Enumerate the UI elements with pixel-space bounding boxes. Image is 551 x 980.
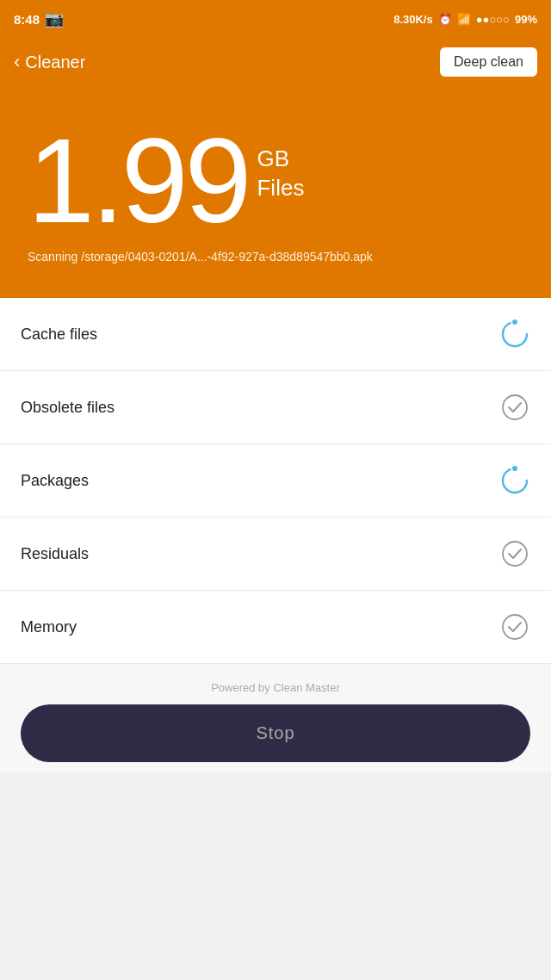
stop-button[interactable]: Stop	[21, 704, 530, 762]
scan-results-list: Cache files Obsolete files Packages Resi…	[0, 298, 551, 664]
hero-section: 1.99 GB Files Scanning /storage/0403-020…	[0, 86, 551, 298]
loading-spinner-icon	[499, 465, 530, 496]
size-unit-files: Files	[257, 174, 304, 203]
size-unit-block: GB Files	[248, 121, 304, 203]
list-item-label: Memory	[21, 618, 77, 636]
app-header: ‹ Cleaner Deep clean	[0, 38, 551, 86]
list-item-label: Packages	[21, 472, 89, 490]
list-item-label: Cache files	[21, 326, 97, 344]
size-display: 1.99 GB Files	[28, 121, 304, 241]
svg-point-6	[503, 615, 527, 639]
signal-icon: ●●○○○	[476, 13, 510, 26]
scanning-text: Scanning /storage/0403-0201/A...-4f92-92…	[28, 250, 373, 264]
size-unit-gb: GB	[257, 145, 304, 174]
check-circle-icon	[499, 538, 530, 569]
loading-spinner-icon	[499, 319, 530, 350]
deep-clean-button[interactable]: Deep clean	[440, 47, 537, 77]
list-item: Packages	[0, 444, 551, 518]
size-value: 1.99	[28, 121, 248, 241]
footer-section: Powered by Clean Master Stop	[0, 664, 551, 772]
list-item-label: Residuals	[21, 545, 89, 563]
svg-point-5	[503, 542, 527, 566]
app-icon: 📷	[45, 9, 64, 28]
alarm-icon: ⏰	[438, 13, 452, 26]
battery-percent: 99%	[515, 13, 537, 26]
powered-by-label: Powered by Clean Master	[21, 681, 530, 694]
list-item-label: Obsolete files	[21, 399, 115, 417]
back-arrow-icon: ‹	[14, 53, 20, 71]
check-circle-icon	[499, 392, 530, 423]
list-item: Residuals	[0, 518, 551, 591]
back-button[interactable]: ‹ Cleaner	[14, 53, 85, 72]
header-title: Cleaner	[25, 53, 85, 72]
check-circle-icon	[499, 611, 530, 642]
status-bar: 8:48 📷 8.30K/s ⏰ 📶 ●●○○○ 99%	[0, 0, 551, 38]
network-speed: 8.30K/s	[393, 13, 433, 26]
svg-point-0	[503, 322, 527, 346]
list-item: Memory	[0, 591, 551, 664]
svg-point-4	[512, 466, 517, 471]
svg-point-2	[503, 395, 527, 419]
wifi-icon: 📶	[457, 13, 471, 26]
time-display: 8:48	[14, 12, 40, 27]
svg-point-1	[512, 319, 517, 325]
list-item: Cache files	[0, 298, 551, 371]
list-item: Obsolete files	[0, 371, 551, 444]
svg-point-3	[503, 468, 527, 493]
status-right: 8.30K/s ⏰ 📶 ●●○○○ 99%	[393, 13, 537, 26]
status-time: 8:48 📷	[14, 9, 64, 28]
